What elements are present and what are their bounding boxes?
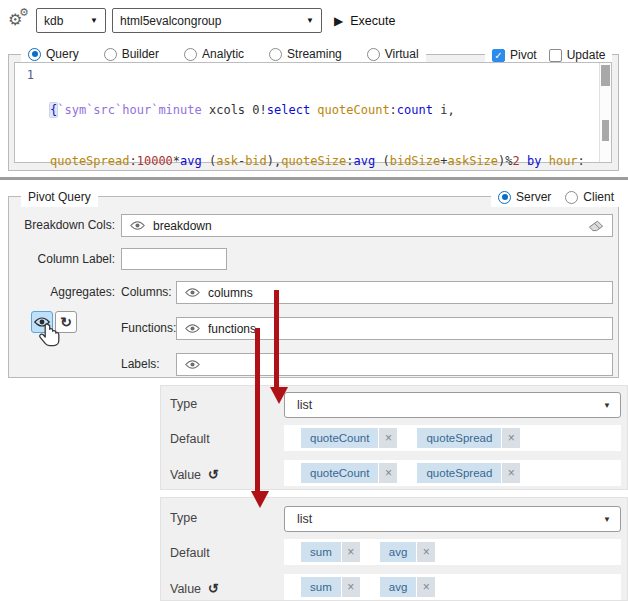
- default-tags-input[interactable]: quoteCount×quoteSpread×: [284, 425, 621, 451]
- code-token: quoteSize: [281, 154, 346, 168]
- radio-icon: [565, 191, 578, 204]
- app-window: ⚙ ⚙ kdb ▼ html5evalcongroup ▼ ▶ Execute …: [0, 0, 628, 601]
- radio-icon: [498, 191, 511, 204]
- tag-chip-label: quoteSpread: [417, 463, 501, 483]
- connection-select[interactable]: html5evalcongroup ▼: [112, 8, 322, 33]
- remove-tag-icon[interactable]: ×: [502, 428, 520, 448]
- eye-icon[interactable]: [185, 359, 200, 370]
- type-dropdown[interactable]: list ▼: [284, 506, 621, 532]
- default-label: Default: [170, 432, 210, 446]
- settings-gears-icon[interactable]: ⚙ ⚙: [8, 8, 34, 32]
- eye-icon[interactable]: [130, 220, 145, 231]
- remove-tag-icon[interactable]: ×: [342, 542, 360, 562]
- remove-tag-icon[interactable]: ×: [502, 463, 520, 483]
- code-token: )%: [498, 154, 512, 168]
- tag-chip-label: avg: [380, 542, 417, 562]
- labels-input[interactable]: [176, 353, 613, 376]
- type-dropdown[interactable]: list ▼: [284, 392, 621, 418]
- remove-tag-icon[interactable]: ×: [379, 463, 397, 483]
- tag-chip-label: sum: [301, 577, 341, 597]
- aggregates-label: Aggregates:: [9, 285, 115, 299]
- columns-value: columns: [208, 286, 253, 300]
- chevron-down-icon: ▼: [306, 16, 314, 25]
- eye-icon[interactable]: [185, 323, 200, 334]
- eraser-icon[interactable]: [588, 220, 604, 232]
- functions-input[interactable]: functions: [176, 317, 613, 340]
- pivot-query-groupbox: Pivot Query Server Client Breakdown Cols…: [8, 196, 619, 378]
- code-token: count: [397, 103, 433, 117]
- code-token: *: [173, 154, 180, 168]
- radio-icon: [184, 48, 197, 61]
- code-token: hour: [549, 154, 578, 168]
- code-token: (: [202, 154, 216, 168]
- reset-value-icon[interactable]: ↺: [208, 467, 219, 482]
- remove-tag-icon[interactable]: ×: [417, 542, 435, 562]
- server-select-value: kdb: [44, 14, 63, 28]
- tag-chip: quoteSpread×: [417, 428, 520, 448]
- radio-server[interactable]: Server: [498, 190, 551, 204]
- tag-chip: quoteCount×: [301, 428, 397, 448]
- type-label: Type: [170, 397, 197, 411]
- tag-chip: avg×: [380, 577, 436, 597]
- code-token: +: [440, 154, 447, 168]
- pivot-checkbox[interactable]: ✓ Pivot: [492, 48, 537, 62]
- red-arrow-annotation-1: [274, 290, 279, 389]
- connection-select-value: html5evalcongroup: [120, 14, 221, 28]
- tag-chip-label: avg: [380, 577, 417, 597]
- tag-chip-label: quoteSpread: [417, 428, 501, 448]
- type-dropdown-value: list: [285, 512, 312, 526]
- radio-builder[interactable]: Builder: [104, 47, 159, 61]
- functions-label: Functions:: [121, 321, 176, 335]
- code-token: :: [390, 103, 397, 117]
- radio-analytic[interactable]: Analytic: [184, 47, 244, 61]
- column-label-input[interactable]: [121, 248, 227, 270]
- column-label-label: Column Label:: [9, 252, 115, 266]
- radio-icon: [28, 48, 41, 61]
- reset-value-icon[interactable]: ↺: [208, 581, 219, 596]
- execute-button[interactable]: ▶ Execute: [334, 9, 395, 33]
- radio-client[interactable]: Client: [565, 190, 614, 204]
- chevron-down-icon: ▼: [90, 16, 98, 25]
- server-select[interactable]: kdb ▼: [36, 8, 106, 33]
- aggregate-columns-panel: Type list ▼ Default quoteCount×quoteSpre…: [160, 385, 628, 490]
- value-tags-input[interactable]: quoteCount×quoteSpread×: [284, 460, 621, 486]
- type-label: Type: [170, 511, 197, 525]
- code-token: avg: [180, 154, 202, 168]
- scrollbar-thumb[interactable]: [601, 65, 610, 86]
- chevron-down-icon: ▼: [603, 401, 611, 410]
- scrollbar-marker: [602, 120, 609, 141]
- remove-tag-icon[interactable]: ×: [417, 577, 435, 597]
- remove-tag-icon[interactable]: ×: [342, 577, 360, 597]
- default-tags-input[interactable]: sum×avg×: [284, 539, 621, 565]
- labels-label: Labels:: [121, 357, 160, 371]
- editor-gutter: 1: [15, 63, 41, 162]
- remove-tag-icon[interactable]: ×: [379, 428, 397, 448]
- code-token: ),: [267, 154, 281, 168]
- code-token: :: [346, 154, 353, 168]
- code-token: :: [129, 154, 136, 168]
- code-token: (: [375, 154, 389, 168]
- pivot-query-legend: Pivot Query: [21, 187, 98, 207]
- eye-icon[interactable]: [185, 287, 200, 298]
- code-token: by: [527, 154, 541, 168]
- chevron-down-icon: ▼: [603, 515, 611, 524]
- update-checkbox[interactable]: Update: [549, 48, 606, 62]
- columns-input[interactable]: columns: [176, 281, 613, 304]
- breakdown-cols-input[interactable]: breakdown: [121, 214, 613, 237]
- code-token: ask: [216, 154, 238, 168]
- code-token: quoteSpread: [50, 154, 129, 168]
- value-tags-input[interactable]: sum×avg×: [284, 574, 621, 600]
- tag-chip: avg×: [380, 542, 436, 562]
- radio-query[interactable]: Query: [28, 47, 79, 61]
- radio-icon: [104, 48, 117, 61]
- code-token: avg: [354, 154, 376, 168]
- code-editor[interactable]: 1 {`sym`src`hour`minute xcols 0!select q…: [14, 62, 612, 163]
- radio-icon: [367, 48, 380, 61]
- tag-chip: quoteSpread×: [417, 463, 520, 483]
- value-label: Value ↺: [170, 467, 219, 482]
- radio-virtual[interactable]: Virtual: [367, 47, 419, 61]
- editor-scrollbar[interactable]: [599, 63, 611, 162]
- checkbox-unchecked-icon: [549, 49, 562, 62]
- functions-value: functions: [208, 322, 256, 336]
- radio-streaming[interactable]: Streaming: [269, 47, 342, 61]
